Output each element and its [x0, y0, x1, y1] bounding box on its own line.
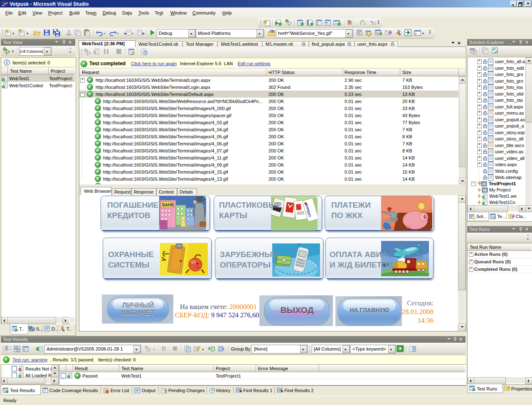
svg-text:VB: VB: [482, 182, 486, 186]
svg-text:БАНК: БАНК: [162, 203, 174, 207]
